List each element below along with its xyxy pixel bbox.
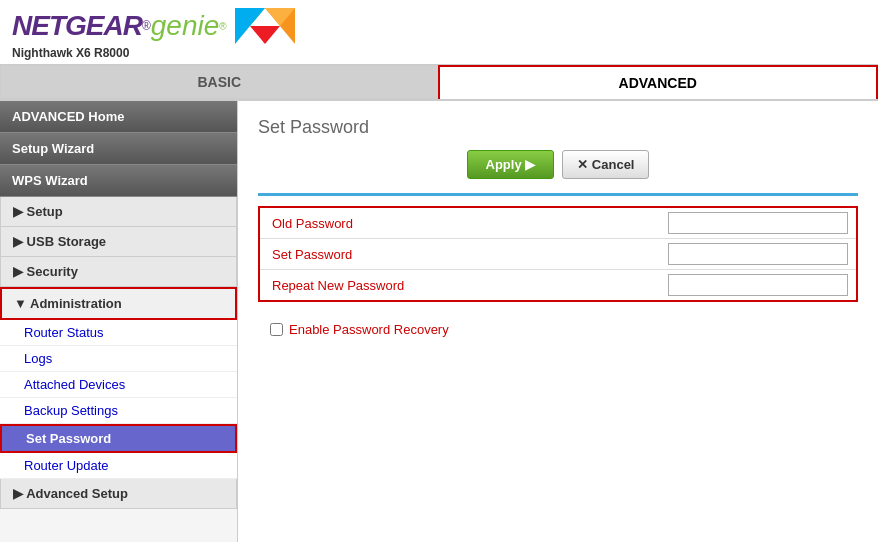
sidebar-subitem-router-status[interactable]: Router Status [0, 320, 237, 346]
svg-marker-4 [250, 26, 280, 44]
logo-area: NETGEAR® genie® [12, 8, 866, 44]
sidebar-item-usb-storage[interactable]: ▶ USB Storage [0, 227, 237, 257]
sidebar-item-setup[interactable]: ▶ Setup [0, 197, 237, 227]
set-password-input[interactable] [668, 243, 848, 265]
old-password-row: Old Password [260, 208, 856, 239]
logo-shape-icon [235, 8, 295, 44]
tab-advanced[interactable]: ADVANCED [438, 65, 879, 99]
enable-recovery-label[interactable]: Enable Password Recovery [289, 322, 449, 337]
repeat-password-label: Repeat New Password [260, 271, 660, 300]
header: NETGEAR® genie® Nighthawk X6 R8000 [0, 0, 878, 65]
sidebar-item-administration[interactable]: ▼ Administration [0, 287, 237, 320]
main-layout: ADVANCED Home Setup Wizard WPS Wizard ▶ … [0, 101, 878, 542]
netgear-reg: ® [142, 19, 151, 33]
device-name: Nighthawk X6 R8000 [12, 46, 866, 60]
tab-bar: BASIC ADVANCED [0, 65, 878, 101]
netgear-logo: NETGEAR [12, 10, 142, 42]
tab-basic[interactable]: BASIC [0, 65, 438, 99]
old-password-input[interactable] [668, 212, 848, 234]
sidebar-subitem-router-update[interactable]: Router Update [0, 453, 237, 479]
sidebar-item-advanced-home[interactable]: ADVANCED Home [0, 101, 237, 133]
sidebar-subitem-backup-settings[interactable]: Backup Settings [0, 398, 237, 424]
sidebar: ADVANCED Home Setup Wizard WPS Wizard ▶ … [0, 101, 238, 542]
repeat-password-row: Repeat New Password [260, 270, 856, 300]
sidebar-subitem-set-password[interactable]: Set Password [0, 424, 237, 453]
genie-tm: ® [219, 21, 226, 32]
sidebar-item-security[interactable]: ▶ Security [0, 257, 237, 287]
old-password-label: Old Password [260, 209, 660, 238]
genie-logo: genie [151, 10, 220, 42]
sidebar-subitem-attached-devices[interactable]: Attached Devices [0, 372, 237, 398]
sidebar-subitem-logs[interactable]: Logs [0, 346, 237, 372]
content-area: Set Password Apply ▶ ✕ Cancel Old Passwo… [238, 101, 878, 542]
sidebar-item-setup-wizard[interactable]: Setup Wizard [0, 133, 237, 165]
sidebar-item-wps-wizard[interactable]: WPS Wizard [0, 165, 237, 197]
page-title: Set Password [258, 117, 858, 138]
apply-button[interactable]: Apply ▶ [467, 150, 555, 179]
password-form: Old Password Set Password Repeat New Pas… [258, 206, 858, 302]
set-password-label: Set Password [260, 240, 660, 269]
blue-divider [258, 193, 858, 196]
enable-recovery-checkbox[interactable] [270, 323, 283, 336]
repeat-password-input[interactable] [668, 274, 848, 296]
set-password-row: Set Password [260, 239, 856, 270]
cancel-button[interactable]: ✕ Cancel [562, 150, 649, 179]
password-recovery-row: Enable Password Recovery [258, 314, 858, 345]
action-bar: Apply ▶ ✕ Cancel [258, 150, 858, 179]
sidebar-item-advanced-setup[interactable]: ▶ Advanced Setup [0, 479, 237, 509]
